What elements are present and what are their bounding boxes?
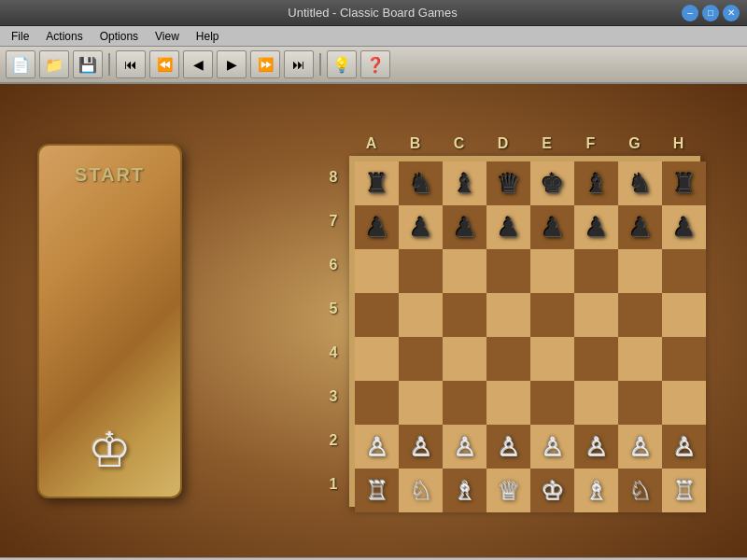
black-piece: ♟ (541, 212, 564, 243)
board-cell-8-3[interactable]: ♛ (486, 161, 530, 205)
board-cell-8-4[interactable]: ♚ (530, 161, 574, 205)
board-cell-7-2[interactable]: ♟ (443, 205, 486, 249)
board-cell-6-6[interactable] (618, 249, 662, 293)
board-cell-5-6[interactable] (618, 293, 662, 337)
close-button[interactable]: ✕ (723, 5, 740, 21)
board-cell-7-4[interactable]: ♟ (530, 205, 574, 249)
black-piece: ♟ (453, 212, 476, 243)
white-piece: ♙ (497, 431, 520, 462)
board-cell-1-0[interactable]: ♖ (355, 469, 399, 512)
board-cell-6-3[interactable] (486, 249, 530, 293)
last-button[interactable] (284, 50, 314, 78)
black-piece: ♜ (672, 168, 696, 199)
board-cell-2-6[interactable]: ♙ (618, 425, 662, 469)
board-cell-6-1[interactable] (399, 249, 443, 293)
first-button[interactable] (116, 50, 146, 78)
board-cell-7-7[interactable]: ♟ (662, 205, 706, 249)
board-cell-2-4[interactable]: ♙ (530, 425, 574, 469)
board-cell-8-0[interactable]: ♜ (355, 161, 399, 205)
board-cell-7-3[interactable]: ♟ (486, 205, 530, 249)
board-cell-6-0[interactable] (355, 249, 399, 293)
prev-button[interactable] (149, 50, 179, 78)
board-cell-8-6[interactable]: ♞ (618, 161, 662, 205)
board-cell-2-2[interactable]: ♙ (443, 425, 486, 469)
board-cell-8-7[interactable]: ♜ (662, 161, 706, 205)
white-piece: ♖ (365, 475, 388, 506)
board-cell-3-1[interactable] (399, 381, 443, 425)
white-piece: ♗ (453, 475, 476, 506)
menu-options[interactable]: Options (92, 28, 146, 45)
board-cell-3-3[interactable] (486, 381, 530, 425)
board-cell-4-2[interactable] (443, 337, 486, 381)
board-cell-5-2[interactable] (443, 293, 486, 337)
menu-help[interactable]: Help (189, 28, 227, 45)
board-cell-5-7[interactable] (662, 293, 706, 337)
board-cell-6-7[interactable] (662, 249, 706, 293)
board-cell-2-0[interactable]: ♙ (355, 425, 399, 469)
board-cell-6-5[interactable] (574, 249, 618, 293)
forward-button[interactable] (217, 50, 247, 78)
board-cell-1-1[interactable]: ♘ (399, 469, 443, 512)
start-button[interactable]: START (75, 164, 145, 186)
board-cell-4-4[interactable] (530, 337, 574, 381)
open-button[interactable] (39, 50, 69, 78)
toolbar-separator-2 (319, 53, 321, 76)
board-cell-4-0[interactable] (355, 337, 399, 381)
help-button[interactable] (360, 50, 390, 78)
board-cell-5-0[interactable] (355, 293, 399, 337)
board-cell-1-6[interactable]: ♘ (618, 469, 662, 512)
menu-actions[interactable]: Actions (38, 28, 90, 45)
board-cell-2-5[interactable]: ♙ (574, 425, 618, 469)
row-label-2: 2 (321, 419, 345, 463)
row-label-6: 6 (321, 244, 345, 287)
board-cell-4-6[interactable] (618, 337, 662, 381)
maximize-button[interactable]: □ (702, 5, 719, 21)
board-cell-4-3[interactable] (486, 337, 530, 381)
board-cell-3-0[interactable] (355, 381, 399, 425)
board-cell-7-6[interactable]: ♟ (618, 205, 662, 249)
black-piece: ♞ (409, 168, 432, 199)
board-cell-5-5[interactable] (574, 293, 618, 337)
board-cell-5-3[interactable] (486, 293, 530, 337)
col-label-h: H (656, 135, 700, 152)
next-button[interactable] (250, 50, 280, 78)
board-cell-2-3[interactable]: ♙ (486, 425, 530, 469)
board-cell-1-4[interactable]: ♔ (530, 469, 574, 512)
board-cell-7-1[interactable]: ♟ (399, 205, 443, 249)
save-button[interactable] (73, 50, 103, 78)
board-cell-2-1[interactable]: ♙ (399, 425, 443, 469)
board-cell-1-3[interactable]: ♕ (486, 469, 530, 512)
board-cell-1-2[interactable]: ♗ (443, 469, 486, 512)
hint-button[interactable] (327, 50, 357, 78)
board-cell-4-1[interactable] (399, 337, 443, 381)
minimize-button[interactable]: – (682, 5, 698, 21)
board-cell-2-7[interactable]: ♙ (662, 425, 706, 469)
menu-view[interactable]: View (148, 28, 187, 45)
board-cell-1-7[interactable]: ♖ (662, 469, 706, 512)
board-cell-3-7[interactable] (662, 381, 706, 425)
board-cell-3-6[interactable] (618, 381, 662, 425)
board-cell-4-5[interactable] (574, 337, 618, 381)
board-cell-8-2[interactable]: ♝ (443, 161, 486, 205)
title-text: Untitled - Classic Board Games (63, 6, 682, 20)
new-button[interactable] (6, 50, 35, 78)
board-cell-3-4[interactable] (530, 381, 574, 425)
board-cell-8-1[interactable]: ♞ (399, 161, 443, 205)
white-piece: ♙ (409, 431, 432, 462)
board-cell-7-5[interactable]: ♟ (574, 205, 618, 249)
board-cell-4-7[interactable] (662, 337, 706, 381)
board-cell-5-4[interactable] (530, 293, 574, 337)
board-cell-7-0[interactable]: ♟ (355, 205, 399, 249)
board-cell-8-5[interactable]: ♝ (574, 161, 618, 205)
board-cell-6-4[interactable] (530, 249, 574, 293)
hint-icon (332, 56, 351, 74)
chess-board: ♜♞♝♛♚♝♞♜♟♟♟♟♟♟♟♟♙♙♙♙♙♙♙♙♖♘♗♕♔♗♘♖ (349, 156, 700, 507)
board-cell-1-5[interactable]: ♗ (574, 469, 618, 512)
board-cell-3-5[interactable] (574, 381, 618, 425)
back-button[interactable] (183, 50, 213, 78)
board-cell-3-2[interactable] (443, 381, 486, 425)
menu-file[interactable]: File (4, 28, 36, 45)
board-cell-6-2[interactable] (443, 249, 486, 293)
white-piece: ♘ (628, 475, 652, 506)
board-cell-5-1[interactable] (399, 293, 443, 337)
